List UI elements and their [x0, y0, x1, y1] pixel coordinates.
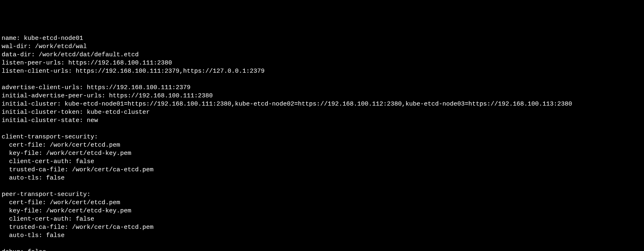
config-line: initial-advertise-peer-urls: https://192…: [2, 92, 213, 99]
config-line: peer-transport-security:: [2, 191, 91, 198]
config-line: listen-peer-urls: https://192.168.100.11…: [2, 60, 172, 67]
config-line: client-cert-auth: false: [2, 216, 94, 223]
config-line: name: kube-etcd-node01: [2, 35, 83, 42]
config-line: initial-cluster: kube-etcd-node01=https:…: [2, 101, 572, 108]
config-line: listen-client-urls: https://192.168.100.…: [2, 68, 265, 75]
config-line: initial-cluster-state: new: [2, 117, 98, 124]
config-line: auto-tls: false: [2, 232, 65, 239]
config-line: data-dir: /work/etcd/dat/default.etcd: [2, 51, 139, 58]
config-line: trusted-ca-file: /work/cert/ca-etcd.pem: [2, 224, 153, 231]
config-line: client-transport-security:: [2, 134, 98, 140]
config-line: wal-dir: /work/etcd/wal: [2, 43, 87, 50]
terminal-output[interactable]: name: kube-etcd-node01 wal-dir: /work/et…: [2, 35, 642, 251]
config-line: debug: false: [2, 249, 46, 251]
config-line: cert-file: /work/cert/etcd.pem: [2, 142, 120, 149]
config-line: key-file: /work/cert/etcd-key.pem: [2, 150, 131, 157]
config-line: auto-tls: false: [2, 175, 65, 182]
config-line: initial-cluster-token: kube-etcd-cluster: [2, 109, 150, 116]
config-line: trusted-ca-file: /work/cert/ca-etcd.pem: [2, 166, 153, 173]
config-line: key-file: /work/cert/etcd-key.pem: [2, 207, 131, 214]
config-line: client-cert-auth: false: [2, 158, 94, 165]
config-line: advertise-client-urls: https://192.168.1…: [2, 84, 191, 91]
config-line: cert-file: /work/cert/etcd.pem: [2, 199, 120, 206]
